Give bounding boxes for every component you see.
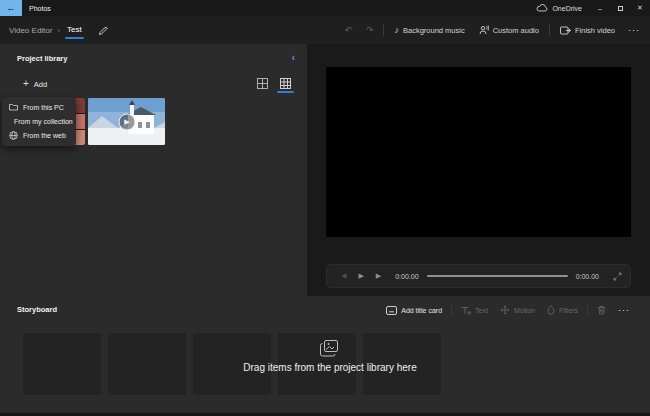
custom-audio-icon [479, 25, 489, 35]
add-title-card-label: Add title card [401, 307, 442, 314]
library-view-toggles [255, 77, 293, 93]
storyboard-toolbar: Add title card Text Motion Fi [380, 301, 636, 319]
finish-video-icon [560, 26, 571, 35]
onedrive-button[interactable]: OneDrive [528, 0, 590, 16]
filters-icon [547, 305, 555, 315]
storyboard-more-button[interactable]: ··· [612, 301, 636, 319]
redo-icon: ↷ [366, 26, 374, 35]
total-time: 0:00.00 [576, 273, 599, 280]
selected-view-underline [277, 91, 294, 93]
toolbar-divider [383, 24, 384, 36]
storyboard-placeholder-card[interactable] [193, 333, 271, 395]
custom-audio-label: Custom audio [493, 26, 539, 35]
storyboard-divider [587, 304, 588, 316]
maximize-button[interactable] [610, 0, 630, 16]
breadcrumb-separator-icon: › [57, 26, 60, 35]
music-note-icon: ♪ [394, 26, 399, 35]
finish-video-label: Finish video [575, 26, 615, 35]
playback-controls: ◀ ▶ ▶ 0:00.00 0:00.00 [326, 264, 631, 288]
menu-item-from-my-collection[interactable]: From my collection [2, 114, 76, 128]
storyboard-divider [451, 304, 452, 316]
project-name: Test [67, 25, 82, 34]
add-title-card-button[interactable]: Add title card [380, 303, 448, 318]
main-area: Project library ‹ + Add [0, 44, 650, 296]
video-preview-canvas[interactable] [326, 67, 631, 237]
redo-button[interactable]: ↷ [359, 22, 381, 39]
previous-frame-button[interactable]: ◀ [335, 272, 352, 280]
filters-label: Filters [559, 307, 578, 314]
play-icon: ▶ [124, 118, 129, 126]
more-icon: ··· [628, 25, 640, 35]
trash-icon [597, 305, 606, 315]
titlebar: ← Photos OneDrive – ✕ [0, 0, 650, 16]
small-grid-icon [280, 78, 291, 89]
back-icon: ← [7, 3, 16, 13]
text-label: Text [475, 307, 488, 314]
previous-frame-icon: ◀ [341, 272, 346, 279]
project-library-title: Project library [17, 54, 67, 63]
text-tool-icon [461, 306, 471, 315]
more-options-button[interactable]: ··· [622, 21, 646, 39]
storyboard-card-row [23, 333, 441, 395]
media-thumbnail-video[interactable]: ▶ [88, 98, 165, 145]
folder-icon [9, 103, 18, 111]
project-name-tab[interactable]: Test [65, 21, 84, 40]
back-button[interactable]: ← [0, 0, 22, 16]
add-media-button[interactable]: + Add [17, 76, 53, 92]
fullscreen-button[interactable] [613, 272, 622, 281]
collapse-panel-button[interactable]: ‹ [289, 51, 298, 64]
expand-icon [613, 272, 622, 281]
text-button[interactable]: Text [455, 303, 494, 318]
add-label: Add [34, 80, 47, 89]
active-tab-underline [65, 37, 84, 39]
minimize-icon: – [598, 5, 602, 12]
breadcrumb[interactable]: Video Editor [9, 26, 52, 35]
current-time: 0:00.00 [395, 273, 418, 280]
photos-video-editor-window: ← Photos OneDrive – ✕ Video Editor › [0, 0, 650, 416]
menu-item-label: From my collection [14, 118, 73, 125]
maximize-icon [618, 6, 623, 11]
custom-audio-button[interactable]: Custom audio [472, 21, 546, 39]
menu-item-label: From this PC [23, 104, 64, 111]
delete-button[interactable] [591, 302, 612, 318]
close-button[interactable]: ✕ [630, 0, 650, 16]
cloud-icon [536, 4, 548, 12]
collapse-chevron-icon: ‹ [292, 52, 295, 63]
seek-slider[interactable] [427, 275, 568, 277]
undo-icon: ↶ [344, 26, 352, 35]
storyboard-placeholder-card[interactable] [108, 333, 186, 395]
next-frame-button[interactable]: ▶ [370, 272, 387, 280]
storyboard-placeholder-card[interactable] [363, 333, 441, 395]
next-frame-icon: ▶ [376, 272, 381, 279]
play-button[interactable]: ▶ [352, 272, 369, 280]
rename-project-button[interactable] [98, 25, 109, 36]
app-title: Photos [29, 5, 51, 12]
finish-video-button[interactable]: Finish video [553, 22, 622, 39]
menu-item-from-the-web[interactable]: From the web [2, 128, 76, 143]
plus-icon: + [23, 79, 29, 89]
motion-label: Motion [514, 307, 535, 314]
storyboard-placeholder-card[interactable] [23, 333, 101, 395]
menu-item-label: From the web [23, 132, 66, 139]
motion-icon [500, 305, 510, 315]
close-icon: ✕ [637, 4, 643, 12]
play-icon: ▶ [358, 272, 363, 279]
toolbar-divider [549, 24, 550, 36]
minimize-button[interactable]: – [590, 0, 610, 16]
add-media-menu: From this PC From my collection From the… [2, 97, 76, 146]
storyboard-placeholder-card[interactable] [278, 333, 356, 395]
large-grid-view-button[interactable] [255, 77, 270, 93]
large-grid-icon [257, 78, 268, 89]
undo-button[interactable]: ↶ [337, 22, 359, 39]
background-music-button[interactable]: ♪ Background music [387, 22, 471, 39]
storyboard-title: Storyboard [17, 305, 57, 314]
storyboard-section: Storyboard Add title card Text [0, 296, 650, 416]
filters-button[interactable]: Filters [541, 302, 584, 318]
more-icon: ··· [618, 305, 630, 315]
preview-area: ◀ ▶ ▶ 0:00.00 0:00.00 [307, 44, 650, 296]
motion-button[interactable]: Motion [494, 302, 541, 318]
globe-icon [9, 131, 18, 140]
title-card-icon [386, 306, 397, 315]
menu-item-from-this-pc[interactable]: From this PC [2, 100, 76, 114]
small-grid-view-button[interactable] [278, 77, 293, 93]
